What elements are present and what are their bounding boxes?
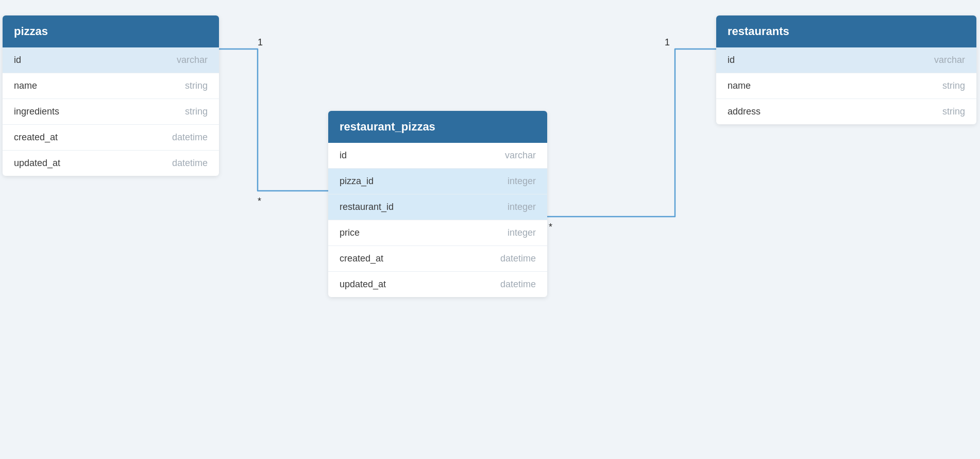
pizzas-col-id-name: id	[14, 55, 21, 65]
pizzas-col-name-name: name	[14, 80, 37, 91]
rp-col-restaurant-id-type: integer	[508, 202, 536, 212]
restaurants-col-id-type: varchar	[934, 55, 965, 65]
rp-row-restaurant-id[interactable]: restaurant_id integer	[328, 194, 547, 220]
restaurants-col-address-name: address	[728, 106, 761, 117]
pizzas-row-name[interactable]: name string	[3, 73, 219, 99]
pizzas-col-ingredients-name: ingredients	[14, 106, 59, 117]
restaurants-many-label: *	[549, 222, 552, 233]
rp-col-updated-at-name: updated_at	[340, 279, 386, 290]
pizzas-col-created-at-name: created_at	[14, 132, 58, 143]
rp-col-price-type: integer	[508, 227, 536, 238]
pizzas-col-name-type: string	[185, 80, 208, 91]
pizzas-row-created-at[interactable]: created_at datetime	[3, 125, 219, 151]
restaurant-pizzas-table[interactable]: restaurant_pizzas id varchar pizza_id in…	[328, 111, 547, 297]
restaurants-one-label: 1	[665, 37, 670, 48]
restaurants-row-name[interactable]: name string	[716, 73, 976, 99]
rp-row-created-at[interactable]: created_at datetime	[328, 246, 547, 272]
pizzas-table-header: pizzas	[3, 15, 219, 47]
rp-col-price-name: price	[340, 227, 360, 238]
rp-row-pizza-id[interactable]: pizza_id integer	[328, 169, 547, 194]
pizzas-col-id-type: varchar	[177, 55, 208, 65]
pizzas-row-updated-at[interactable]: updated_at datetime	[3, 151, 219, 176]
pizzas-col-ingredients-type: string	[185, 106, 208, 117]
rp-col-created-at-type: datetime	[500, 253, 536, 264]
restaurants-col-name-name: name	[728, 80, 751, 91]
pizzas-col-updated-at-type: datetime	[172, 158, 208, 169]
pizzas-row-id[interactable]: id varchar	[3, 47, 219, 73]
pizzas-many-label: *	[258, 196, 261, 207]
rp-row-id[interactable]: id varchar	[328, 143, 547, 169]
rp-col-created-at-name: created_at	[340, 253, 383, 264]
restaurants-col-name-type: string	[942, 80, 965, 91]
restaurant-pizzas-table-header: restaurant_pizzas	[328, 111, 547, 143]
diagram-canvas: 1 * 1 * pizzas id varchar name string in…	[0, 0, 980, 459]
rp-col-id-name: id	[340, 150, 347, 161]
restaurants-table[interactable]: restaurants id varchar name string addre…	[716, 15, 976, 124]
pizzas-table[interactable]: pizzas id varchar name string ingredient…	[3, 15, 219, 176]
restaurants-col-id-name: id	[728, 55, 735, 65]
pizzas-col-updated-at-name: updated_at	[14, 158, 60, 169]
restaurants-table-header: restaurants	[716, 15, 976, 47]
rp-row-price[interactable]: price integer	[328, 220, 547, 246]
rp-row-updated-at[interactable]: updated_at datetime	[328, 272, 547, 297]
restaurants-row-address[interactable]: address string	[716, 99, 976, 124]
rp-col-pizza-id-type: integer	[508, 176, 536, 187]
pizzas-one-label: 1	[258, 37, 263, 48]
restaurants-col-address-type: string	[942, 106, 965, 117]
rp-col-id-type: varchar	[505, 150, 536, 161]
rp-col-updated-at-type: datetime	[500, 279, 536, 290]
rp-col-restaurant-id-name: restaurant_id	[340, 202, 394, 212]
rp-col-pizza-id-name: pizza_id	[340, 176, 374, 187]
pizzas-row-ingredients[interactable]: ingredients string	[3, 99, 219, 125]
restaurants-row-id[interactable]: id varchar	[716, 47, 976, 73]
pizzas-col-created-at-type: datetime	[172, 132, 208, 143]
